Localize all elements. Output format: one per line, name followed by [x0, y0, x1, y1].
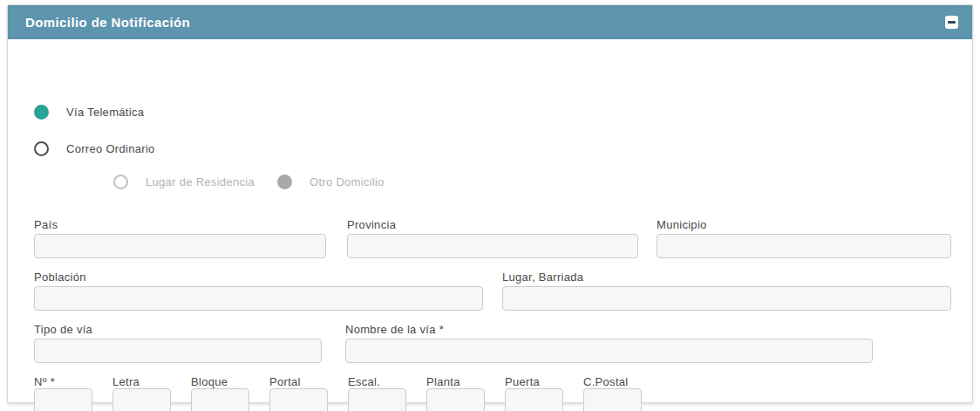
radio-label: Correo Ordinario [66, 142, 155, 155]
numero-label: Nº * [34, 375, 55, 388]
letra-input[interactable] [112, 388, 171, 411]
c-postal-input[interactable] [583, 388, 642, 411]
minus-icon [948, 21, 956, 24]
domicilio-notificacion-panel: Domicilio de Notificación Vía Telemática… [7, 4, 973, 403]
lugar-barriada-input[interactable] [502, 286, 951, 311]
radio-unselected-icon[interactable] [34, 141, 49, 156]
nombre-de-la-via-label: Nombre de la vía * [345, 323, 444, 336]
tipo-de-via-label: Tipo de vía [34, 323, 92, 336]
radio-lugar-de-residencia: Lugar de Residencia [113, 175, 255, 189]
escalera-label: Escal. [348, 375, 380, 388]
poblacion-input[interactable] [34, 286, 483, 311]
radio-otro-domicilio: Otro Domicilio [277, 175, 385, 189]
radio-label: Vía Telemática [66, 106, 144, 119]
municipio-label: Municipio [657, 218, 707, 231]
puerta-label: Puerta [505, 375, 540, 388]
lugar-barriada-label: Lugar, Barriada [502, 271, 583, 284]
radio-label: Otro Domicilio [310, 175, 385, 188]
collapse-button[interactable] [945, 16, 958, 29]
pais-input[interactable] [34, 234, 326, 258]
tipo-de-via-input[interactable] [34, 339, 322, 363]
nombre-de-la-via-input[interactable] [345, 339, 873, 363]
radio-unselected-icon [113, 175, 128, 189]
numero-input[interactable] [34, 388, 92, 411]
bloque-input[interactable] [191, 388, 249, 411]
radio-label: Lugar de Residencia [146, 175, 255, 188]
provincia-label: Provincia [347, 218, 396, 231]
letra-label: Letra [112, 375, 140, 388]
panel-title: Domicilio de Notificación [8, 15, 190, 30]
portal-label: Portal [269, 375, 301, 388]
puerta-input[interactable] [505, 388, 563, 411]
radio-correo-ordinario[interactable]: Correo Ordinario [34, 141, 155, 156]
radio-selected-icon [277, 175, 292, 189]
municipio-input[interactable] [657, 234, 951, 258]
escalera-input[interactable] [348, 388, 406, 411]
poblacion-label: Población [34, 271, 86, 284]
c-postal-label: C.Postal [583, 375, 629, 388]
radio-via-telematica[interactable]: Vía Telemática [34, 105, 144, 120]
planta-label: Planta [426, 375, 460, 388]
panel-body: Vía Telemática Correo Ordinario Lugar de… [8, 39, 972, 402]
bloque-label: Bloque [191, 375, 228, 388]
pais-label: País [34, 218, 58, 231]
planta-input[interactable] [426, 388, 485, 411]
provincia-input[interactable] [347, 234, 638, 258]
portal-input[interactable] [269, 388, 328, 411]
radio-selected-icon[interactable] [34, 105, 49, 120]
panel-header: Domicilio de Notificación [8, 5, 972, 39]
